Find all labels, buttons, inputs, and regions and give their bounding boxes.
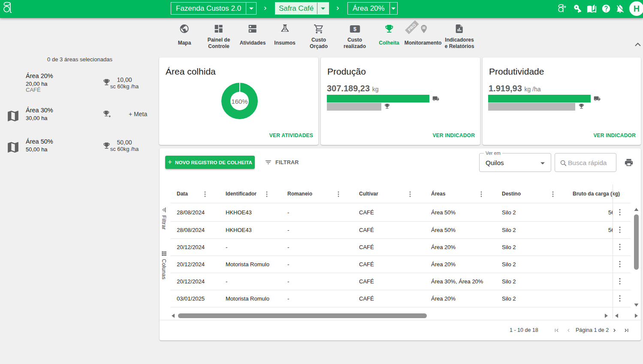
svg-text:$: $ (353, 26, 356, 32)
